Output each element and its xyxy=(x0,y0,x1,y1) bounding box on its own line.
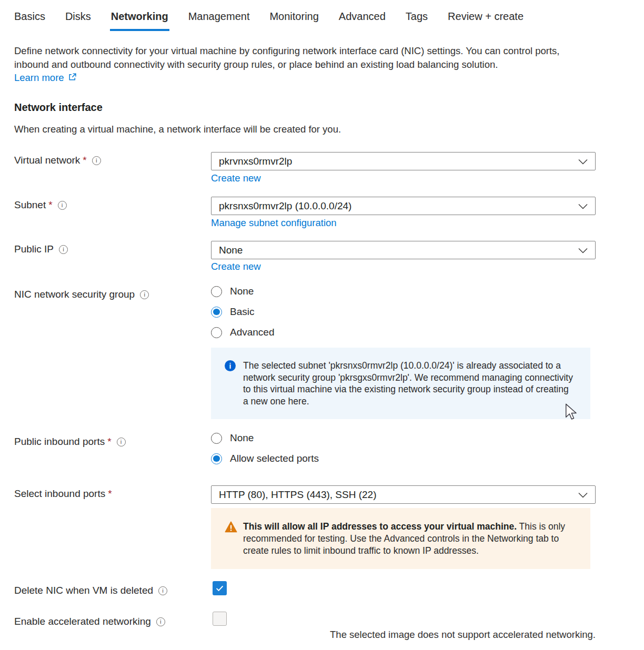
checkmark-icon xyxy=(215,583,225,593)
learn-more-label: Learn more xyxy=(14,72,64,84)
radio-icon xyxy=(211,286,222,297)
public-ip-dropdown[interactable]: None xyxy=(211,241,596,259)
tab-review-create[interactable]: Review + create xyxy=(448,11,524,31)
delete-nic-label: Delete NIC when VM is deleted xyxy=(14,585,167,596)
accelerated-networking-note: The selected image does not support acce… xyxy=(211,629,596,641)
select-inbound-ports-label: Select inbound ports xyxy=(14,488,112,500)
warning-bold-text: This will allow all IP addresses to acce… xyxy=(243,521,517,532)
radio-nsg-none[interactable]: None xyxy=(211,286,254,297)
chevron-down-icon xyxy=(578,489,588,501)
tab-basics[interactable]: Basics xyxy=(14,11,45,31)
accelerated-networking-label: Enable accelerated networking xyxy=(14,616,165,627)
public-ip-value: None xyxy=(219,245,243,256)
info-icon[interactable] xyxy=(156,617,165,626)
info-icon[interactable] xyxy=(117,438,126,446)
info-icon[interactable] xyxy=(58,201,67,210)
section-subtitle: When creating a virtual machine, a netwo… xyxy=(14,124,540,135)
open-ports-warning-text: This will allow all IP addresses to acce… xyxy=(243,521,580,557)
subnet-nsg-info-box: The selected subnet 'pkrsnxs0rmvr2lp (10… xyxy=(211,348,590,419)
tab-tags[interactable]: Tags xyxy=(406,11,428,31)
subnet-value: pkrsnxs0rmvr2lp (10.0.0.0/24) xyxy=(219,200,351,212)
info-icon[interactable] xyxy=(140,290,149,299)
external-link-icon xyxy=(68,72,77,84)
nic-nsg-label: NIC network security group xyxy=(14,289,149,300)
vm-create-networking-page: Basics Disks Networking Management Monit… xyxy=(0,0,644,650)
required-mark xyxy=(83,155,86,166)
warning-triangle-icon xyxy=(225,521,237,535)
manage-subnet-link[interactable]: Manage subnet configuration xyxy=(211,217,337,229)
info-icon[interactable] xyxy=(158,586,167,595)
public-ip-label: Public IP xyxy=(14,243,68,255)
radio-nsg-basic[interactable]: Basic xyxy=(211,306,254,318)
radio-icon xyxy=(211,453,222,464)
accelerated-networking-checkbox[interactable] xyxy=(213,612,227,626)
virtual-network-value: pkrvnxs0rmvr2lp xyxy=(219,156,292,167)
subnet-label: Subnet xyxy=(14,199,67,211)
required-mark xyxy=(108,488,112,500)
public-inbound-ports-label: Public inbound ports xyxy=(14,436,126,448)
tab-networking[interactable]: Networking xyxy=(111,11,168,31)
create-new-vnet-link[interactable]: Create new xyxy=(211,172,261,184)
required-mark xyxy=(48,199,52,211)
radio-inbound-allow-selected[interactable]: Allow selected ports xyxy=(211,453,319,464)
info-icon[interactable] xyxy=(92,156,101,165)
wizard-tab-bar: Basics Disks Networking Management Monit… xyxy=(14,11,524,31)
radio-icon xyxy=(211,307,222,318)
create-new-public-ip-link[interactable]: Create new xyxy=(211,261,261,272)
select-inbound-ports-dropdown[interactable]: HTTP (80), HTTPS (443), SSH (22) xyxy=(211,485,596,504)
subnet-nsg-info-text: The selected subnet 'pkrsnxs0rmvr2lp (10… xyxy=(243,360,573,407)
radio-icon xyxy=(211,327,222,338)
radio-inbound-none[interactable]: None xyxy=(211,432,254,444)
radio-nsg-advanced[interactable]: Advanced xyxy=(211,327,275,338)
tab-monitoring[interactable]: Monitoring xyxy=(269,11,318,31)
tab-management[interactable]: Management xyxy=(188,11,250,31)
subnet-dropdown[interactable]: pkrsnxs0rmvr2lp (10.0.0.0/24) xyxy=(211,197,596,215)
tab-advanced[interactable]: Advanced xyxy=(339,11,386,31)
info-icon[interactable] xyxy=(59,245,68,254)
networking-description: Define network connectivity for your vir… xyxy=(14,44,596,72)
delete-nic-checkbox[interactable] xyxy=(213,581,227,595)
required-mark xyxy=(107,436,111,448)
info-filled-icon xyxy=(225,360,236,371)
open-ports-warning-box: This will allow all IP addresses to acce… xyxy=(211,508,590,569)
select-inbound-ports-value: HTTP (80), HTTPS (443), SSH (22) xyxy=(219,489,377,501)
chevron-down-icon xyxy=(578,200,588,212)
learn-more-link[interactable]: Learn more xyxy=(14,72,77,84)
mouse-cursor xyxy=(564,403,578,422)
radio-icon xyxy=(211,433,222,444)
chevron-down-icon xyxy=(578,156,588,167)
tab-disks[interactable]: Disks xyxy=(65,11,91,31)
chevron-down-icon xyxy=(578,245,588,256)
section-title-network-interface: Network interface xyxy=(14,101,103,114)
virtual-network-dropdown[interactable]: pkrvnxs0rmvr2lp xyxy=(211,152,596,170)
virtual-network-label: Virtual network xyxy=(14,155,101,166)
